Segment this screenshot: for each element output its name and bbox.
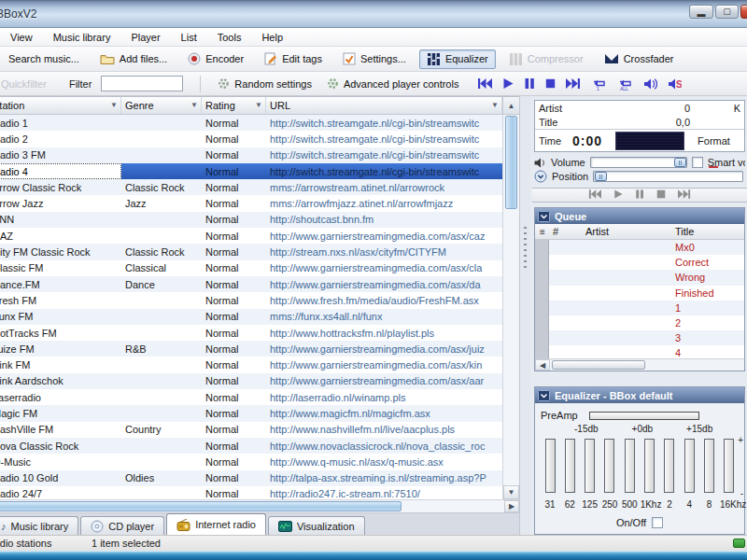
tab-music-library[interactable]: ♪ Music library [0, 516, 78, 535]
column-header-genre[interactable]: Genre▼ [121, 97, 202, 114]
queue-row[interactable]: 2 [535, 315, 744, 330]
station-row[interactable]: Juize FM R&B Normal http://www.garnierst… [0, 341, 502, 357]
settings-button[interactable]: Settings... [335, 49, 414, 69]
station-row[interactable]: Radio 2 Normal http://switch.streamgate.… [0, 131, 502, 147]
menu-item[interactable]: View [2, 30, 41, 45]
eq-band-slider[interactable] [625, 439, 635, 493]
advanced-player-controls-button[interactable]: Advanced player controls [319, 76, 467, 91]
scroll-left-arrow[interactable]: ◀ [535, 359, 550, 371]
close-button[interactable]: ✕ [740, 5, 747, 19]
vertical-scrollbar[interactable]: ▼ [502, 115, 519, 499]
menu-item[interactable]: Music library [45, 30, 120, 45]
eq-band-slider[interactable] [664, 439, 674, 493]
encoder-button[interactable]: Encoder [180, 49, 251, 69]
column-header-station[interactable]: Station▼ [0, 97, 121, 114]
queue-column-artist[interactable]: Artist [585, 226, 675, 237]
eq-band-slider[interactable] [704, 439, 714, 493]
station-row[interactable]: BNN Normal http://shoutcast.bnn.fm [0, 212, 502, 228]
volume-slider-thumb[interactable] [674, 158, 686, 167]
scrollbar-thumb[interactable] [552, 360, 645, 370]
stop-button[interactable] [656, 189, 666, 201]
station-row[interactable]: Funx FM Normal mms://funx.xs4all.nl/funx [0, 309, 502, 325]
menu-item[interactable]: Tools [209, 30, 250, 45]
minimize-button[interactable]: ▬ [689, 5, 713, 19]
volume-slider[interactable] [590, 157, 687, 168]
equalizer-button[interactable]: Equalizer [419, 49, 496, 69]
station-row[interactable]: Radio 10 Gold Oldies Normal http://talpa… [0, 470, 502, 486]
position-chevron-icon[interactable] [534, 170, 547, 183]
queue-row[interactable]: 4 [535, 345, 744, 358]
eq-onoff-checkbox[interactable] [652, 517, 663, 528]
edit-tags-button[interactable]: Edit tags [257, 49, 330, 69]
tab-visualization[interactable]: Visualization [268, 516, 365, 535]
filter-dropdown-icon[interactable]: ▼ [110, 101, 118, 109]
scroll-right-arrow[interactable]: ▶ [504, 500, 519, 512]
queue-row[interactable]: 3 [535, 330, 744, 345]
station-row[interactable]: Fresh FM Normal http://www.fresh.fm/medi… [0, 292, 502, 308]
station-row[interactable]: Radio 4 Normal http://switch.streamgate.… [0, 163, 502, 179]
scrollbar-thumb[interactable] [505, 116, 517, 209]
filter-dropdown-icon[interactable]: ▼ [491, 101, 499, 109]
queue-column-title[interactable]: Title [675, 226, 744, 237]
mute-button[interactable]: S [668, 78, 682, 90]
queue-row[interactable]: Wrong [535, 270, 744, 285]
menu-item[interactable]: List [173, 30, 205, 45]
previous-track-button[interactable] [477, 78, 492, 89]
station-row[interactable]: NashVille FM Country Normal http://www.n… [0, 422, 502, 438]
pause-button[interactable] [524, 78, 535, 89]
station-row[interactable]: Q-Music Normal http://www.q-music.nl/asx… [0, 454, 502, 469]
station-row[interactable]: Radio 3 FM Normal http://switch.streamga… [0, 147, 502, 163]
station-row[interactable]: Magic FM Normal http://www.magicfm.nl/ma… [0, 405, 502, 421]
collapse-panel-icon[interactable] [538, 211, 550, 222]
menu-item[interactable]: Help [253, 30, 291, 45]
column-header-url[interactable]: URL▼ [266, 97, 502, 114]
pane-splitter[interactable] [519, 96, 530, 535]
eq-band-slider[interactable] [684, 439, 695, 493]
repeat-one-button[interactable]: 1 [591, 77, 607, 91]
station-row[interactable]: CAZ Normal http://www.garnierstreamingme… [0, 228, 502, 244]
station-row[interactable]: Laserradio Normal http://laserradio.nl/w… [0, 389, 502, 405]
eq-band-slider[interactable] [644, 439, 655, 493]
maximize-button[interactable]: ▢ [715, 5, 739, 19]
eq-band-slider[interactable] [565, 439, 575, 493]
collapse-panel-icon[interactable] [538, 390, 550, 401]
station-row[interactable]: Radio 24/7 Normal http://radio247.ic-str… [0, 486, 502, 499]
scrollbar-thumb[interactable] [0, 501, 402, 511]
station-row[interactable]: Kink Aardschok Normal http://www.garnier… [0, 373, 502, 389]
search-music-button[interactable]: Search music... [1, 49, 87, 68]
smart-volume-checkbox[interactable] [692, 157, 703, 168]
eq-band-slider[interactable] [545, 439, 556, 493]
horizontal-scrollbar[interactable]: ▶ [0, 499, 519, 512]
stop-button[interactable] [545, 78, 556, 89]
scroll-down-arrow[interactable]: ▼ [503, 485, 519, 499]
queue-row[interactable]: 1 [535, 301, 744, 315]
queue-row[interactable]: Correct [535, 255, 744, 270]
previous-track-button[interactable] [588, 189, 601, 201]
add-files-button[interactable]: Add files... [92, 49, 175, 68]
pause-button[interactable] [635, 189, 644, 201]
queue-column-number[interactable]: # [550, 226, 585, 237]
eq-band-slider[interactable] [604, 439, 614, 493]
play-button[interactable] [613, 189, 623, 201]
filter-dropdown-icon[interactable]: ▼ [190, 101, 198, 109]
menu-item[interactable]: Player [122, 30, 168, 45]
filter-input[interactable] [101, 76, 183, 91]
station-row[interactable]: Arrow Jazz Jazz Normal mms://arrowfmjazz… [0, 195, 502, 211]
repeat-all-button[interactable]: ALL [617, 77, 633, 91]
column-header-rating[interactable]: Rating▼ [202, 97, 266, 114]
position-slider-thumb[interactable] [595, 172, 607, 181]
station-row[interactable]: Dance.FM Dance Normal http://www.garnier… [0, 276, 502, 292]
station-row[interactable]: Classic FM Classical Normal http://www.g… [0, 260, 502, 276]
queue-horizontal-scrollbar[interactable]: ◀ [535, 358, 744, 371]
queue-row[interactable]: Finished [535, 286, 744, 301]
queue-row[interactable]: Mx0 [535, 240, 744, 255]
crossfader-button[interactable]: Crossfader [597, 49, 682, 68]
station-row[interactable]: City FM Classic Rock Classic Rock Normal… [0, 244, 502, 259]
preamp-slider[interactable] [589, 412, 699, 420]
tab-cd-player[interactable]: CD player [80, 516, 164, 535]
position-slider[interactable] [593, 171, 743, 182]
volume-button[interactable] [643, 78, 657, 90]
random-settings-button[interactable]: Random settings [210, 76, 319, 91]
filter-dropdown-icon[interactable]: ▼ [255, 101, 262, 109]
station-row[interactable]: Radio 1 Normal http://switch.streamgate.… [0, 115, 502, 131]
